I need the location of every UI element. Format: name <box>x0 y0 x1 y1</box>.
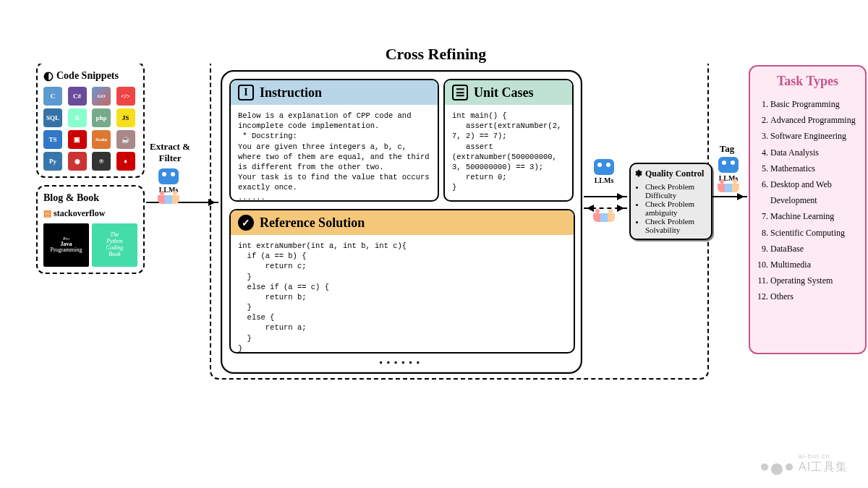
llm-agent-icon: LLMs <box>716 157 741 192</box>
unit-cases-body: int main() { assert(extraNumber(2, 7, 2)… <box>445 105 572 198</box>
unit-cases-icon <box>452 85 468 100</box>
lang-icon: ▣ <box>68 130 87 149</box>
pagination-dots: ▪▪▪▪▪▪ <box>222 357 581 368</box>
unit-cases-panel: Unit Cases int main() { assert(extraNumb… <box>443 79 574 202</box>
lang-icon: C <box>43 87 62 106</box>
people-icon <box>158 195 179 204</box>
watermark-url: ai-bot.cn <box>799 453 848 460</box>
task-type-item: Advanced Programming <box>770 112 858 128</box>
lang-icon: ® <box>92 152 111 171</box>
lang-icon: php <box>92 108 111 127</box>
qc-item: Check Problem Difficulty <box>645 182 707 200</box>
code-snippets-title: Code Snippets <box>56 70 119 82</box>
lang-icon: TS <box>43 130 62 149</box>
reference-solution-label: Reference Solution <box>260 215 365 231</box>
task-type-item: Desktop and Web Development <box>770 176 858 208</box>
instruction-panel: IInstruction Below is a explanation of C… <box>229 79 439 202</box>
lang-icon: JS <box>116 108 135 127</box>
check-icon: ✓ <box>238 215 254 231</box>
github-icon <box>43 69 54 82</box>
blog-book-box: Blog & Book stackoverflow ProJavaProgram… <box>36 185 145 274</box>
lang-icon: ☕ <box>116 130 135 149</box>
llm-agent-icon: LLMs <box>592 159 616 184</box>
watermark: ai-bot.cnAI工具集 <box>761 453 848 475</box>
task-type-item: DataBase <box>770 241 858 257</box>
lang-icon: C# <box>68 87 87 106</box>
task-type-item: Multimedia <box>770 257 858 273</box>
task-type-item: Software Engineering <box>770 128 858 144</box>
lang-icon: Scala <box>92 130 111 149</box>
language-icon-grid: C C# GO </> SQL R php JS TS ▣ Scala ☕ Py… <box>43 87 137 171</box>
task-types-title: Task Types <box>757 74 858 89</box>
extract-filter-label: Extract & Filter <box>145 141 195 163</box>
lang-icon: ♦ <box>116 152 135 171</box>
watermark-brand: AI工具集 <box>799 461 848 473</box>
python-book-cover: ThePythonCodingBook <box>92 223 137 267</box>
unit-cases-label: Unit Cases <box>474 85 534 100</box>
lang-icon: Py <box>43 152 62 171</box>
task-type-item: Others <box>770 288 858 304</box>
cross-refining-title: Cross Refining <box>378 45 494 63</box>
lang-icon: ◉ <box>68 152 87 171</box>
lang-icon: SQL <box>43 108 62 127</box>
task-types-box: Task Types Basic Programming Advanced Pr… <box>749 65 867 354</box>
arrow-to-qc <box>584 196 627 197</box>
people-icon <box>718 184 739 192</box>
example-document-card: IInstruction Below is a explanation of C… <box>221 70 582 374</box>
quality-control-title: Quality Control <box>635 168 707 179</box>
people-icon <box>592 212 616 222</box>
reference-solution-body: int extraNumber(int a, int b, int c){ if… <box>231 235 574 354</box>
lang-icon: </> <box>116 87 135 106</box>
quality-control-list: Check Problem Difficulty Check Problem a… <box>645 182 707 234</box>
sources-column: Code Snippets C C# GO </> SQL R php JS T… <box>36 61 145 281</box>
task-type-item: Basic Programming <box>770 96 858 112</box>
arrow-refine-loop <box>584 207 627 209</box>
task-type-item: Machine Learning <box>770 208 858 224</box>
task-type-item: Scientific Computing <box>770 225 858 241</box>
task-types-list: Basic Programming Advanced Programming S… <box>770 96 858 304</box>
qc-item: Check Problem Solvability <box>645 217 707 234</box>
task-type-item: Mathematics <box>770 160 858 176</box>
llm-agent-icon: LLMs <box>156 168 181 204</box>
instruction-icon: I <box>238 85 254 100</box>
reference-solution-panel: ✓Reference Solution int extraNumber(int … <box>229 209 575 354</box>
qc-item: Check Problem ambiguity <box>645 200 707 217</box>
stackoverflow-logo: stackoverflow <box>43 208 137 219</box>
lang-icon: R <box>68 108 87 127</box>
task-type-item: Operating System <box>770 273 858 288</box>
quality-control-box: Quality Control Check Problem Difficulty… <box>629 163 712 240</box>
tag-label: Tag <box>712 143 741 155</box>
instruction-body: Below is a explanation of CPP code and i… <box>231 105 438 202</box>
code-snippets-box: Code Snippets C C# GO </> SQL R php JS T… <box>36 61 145 178</box>
java-book-cover: ProJavaProgramming <box>43 223 89 267</box>
instruction-label: Instruction <box>260 85 322 100</box>
lang-icon: GO <box>92 87 111 106</box>
arrow-tag <box>712 196 747 197</box>
blog-book-title: Blog & Book <box>43 192 99 204</box>
task-type-item: Data Analysis <box>770 145 858 160</box>
